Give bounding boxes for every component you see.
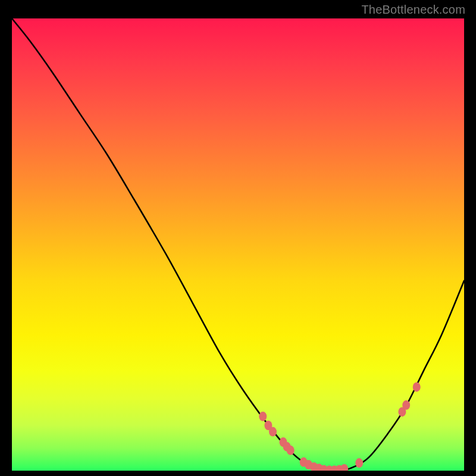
bottleneck-curve: [12, 18, 464, 471]
attribution-text: TheBottleneck.com: [361, 3, 465, 17]
curve-svg: [12, 18, 464, 471]
curve-marker: [413, 382, 421, 392]
curve-marker: [340, 464, 348, 471]
chart-frame: TheBottleneck.com: [0, 0, 476, 476]
curve-marker: [259, 412, 267, 421]
curve-marker: [269, 427, 277, 437]
curve-marker: [402, 400, 410, 410]
plot-area: [12, 18, 464, 471]
curve-markers: [259, 382, 420, 471]
curve-marker: [287, 446, 295, 455]
curve-marker: [355, 458, 363, 468]
